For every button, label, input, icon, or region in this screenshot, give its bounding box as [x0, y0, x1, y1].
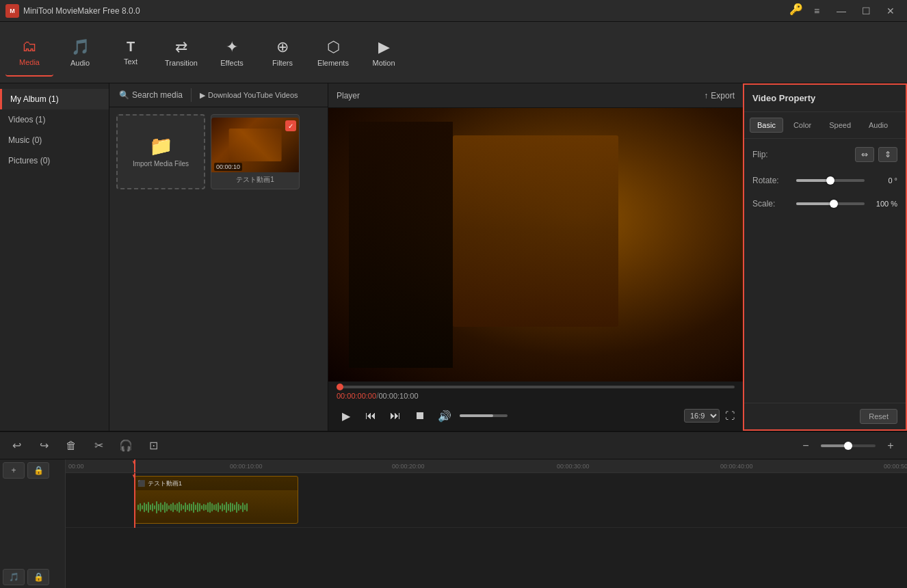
close-button[interactable]: ✕ [880, 3, 902, 19]
toolbar-item-audio[interactable]: 🎵 Audio [56, 29, 104, 77]
flip-horizontal-button[interactable]: ⇔ [855, 147, 874, 162]
timeline-side-row-2: 🎵 🔒 [3, 569, 62, 585]
property-content: Flip: ⇔ ⇕ Rotate: [744, 139, 906, 403]
download-youtube-button[interactable]: ▶ Download YouTube Videos [196, 88, 302, 103]
progress-thumb [337, 384, 343, 390]
transition-icon: ⇄ [175, 38, 187, 56]
video-frame [328, 108, 743, 382]
youtube-icon: ▶ [200, 91, 205, 100]
rotate-slider-container: 0 ° [796, 176, 897, 185]
rotate-value: 0 ° [870, 176, 897, 185]
flip-h-icon: ⇔ [861, 150, 868, 159]
ruler-mark-0: 00:00 [68, 463, 84, 470]
menu-button[interactable]: ≡ [806, 3, 828, 19]
cut-button[interactable]: ✂ [88, 435, 109, 457]
flip-controls: ⇔ ⇕ [855, 147, 897, 162]
flip-vertical-button[interactable]: ⇕ [878, 147, 897, 162]
tab-basic[interactable]: Basic [750, 118, 783, 133]
progress-bar[interactable] [337, 386, 735, 388]
sidebar-item-pictures[interactable]: Pictures (0) [0, 150, 109, 171]
audio-mix-button[interactable]: 🎧 [115, 435, 137, 457]
search-media-button[interactable]: 🔍 Search media [115, 88, 187, 103]
waveform-bars [137, 490, 248, 524]
tab-speed[interactable]: Speed [821, 118, 858, 133]
rotate-slider[interactable] [796, 179, 865, 182]
rotate-row: Rotate: 0 ° [752, 176, 897, 185]
property-footer: Reset [744, 403, 906, 429]
playhead [134, 459, 135, 472]
import-media-item[interactable]: 📁 Import Media Files [116, 114, 205, 189]
redo-button[interactable]: ↪ [33, 435, 55, 457]
toolbar-item-text[interactable]: T Text [107, 29, 155, 77]
flip-row: Flip: ⇔ ⇕ [752, 147, 897, 162]
tab-audio[interactable]: Audio [861, 118, 895, 133]
volume-button[interactable]: 🔊 [435, 406, 454, 425]
track-area: ⬛ テスト動画1 [66, 473, 907, 528]
zoom-thumb [844, 442, 852, 450]
export-label: Export [711, 91, 735, 101]
search-media-label: Search media [132, 90, 183, 100]
sidebar-item-videos[interactable]: Videos (1) [0, 109, 109, 130]
crop-button[interactable]: ⊡ [142, 435, 164, 457]
clip-type-icon: ⬛ [137, 480, 145, 487]
property-header: Video Property [744, 85, 906, 112]
tab-color[interactable]: Color [786, 118, 819, 133]
player-title: Player [337, 91, 360, 101]
sidebar-spacer [3, 479, 62, 569]
aspect-ratio-select[interactable]: 16:9 1:1 9:16 [684, 409, 720, 423]
stop-button[interactable]: ⏹ [410, 406, 430, 425]
delete-button[interactable]: 🗑 [60, 435, 82, 457]
clip-name: テスト動画1 [148, 479, 182, 488]
lock-audio-button[interactable]: 🔒 [27, 569, 49, 585]
toolbar-label-text: Text [124, 57, 137, 66]
time-current: 00:00:00:00 [337, 392, 376, 400]
toolbar-item-media[interactable]: 🗂 Media [5, 29, 53, 77]
play-button[interactable]: ▶ [337, 406, 356, 425]
clip-waveform [135, 490, 298, 524]
video-clip[interactable]: ⬛ テスト動画1 [134, 476, 298, 524]
ruler-mark-2: 00:00:20:00 [392, 463, 425, 470]
volume-slider[interactable] [460, 414, 508, 417]
audio-track-button[interactable]: 🎵 [3, 569, 25, 585]
volume-fill [460, 414, 493, 417]
zoom-out-button[interactable]: − [795, 435, 817, 457]
titlebar-controls: 🔑 ≡ — ☐ ✕ [789, 3, 902, 19]
sidebar-item-music[interactable]: Music (0) [0, 130, 109, 150]
main-area: My Album (1) Videos (1) Music (0) Pictur… [0, 83, 907, 431]
sidebar-item-my-album[interactable]: My Album (1) [0, 89, 109, 109]
export-button[interactable]: ↑ Export [704, 91, 735, 101]
maximize-button[interactable]: ☐ [855, 3, 877, 19]
scale-slider-thumb [830, 200, 838, 208]
scale-label: Scale: [752, 199, 775, 209]
flip-v-icon: ⇕ [884, 150, 891, 159]
flip-label: Flip: [752, 150, 768, 159]
toolbar-item-transition[interactable]: ⇄ Transition [157, 29, 205, 77]
fullscreen-button[interactable]: ⛶ [725, 410, 735, 421]
toolbar-item-effects[interactable]: ✦ Effects [208, 29, 256, 77]
timeline-ruler: 00:00 00:00:10:00 00:00:20:00 00:00:30:0… [66, 459, 907, 473]
prev-frame-button[interactable]: ⏮ [361, 406, 380, 425]
add-track-button[interactable]: + [3, 462, 25, 479]
reset-button[interactable]: Reset [860, 409, 897, 424]
player-header: Player ↑ Export [328, 83, 743, 108]
zoom-in-button[interactable]: + [880, 435, 902, 457]
key-icon[interactable]: 🔑 [789, 3, 803, 19]
app-title: MiniTool MovieMaker Free 8.0.0 [23, 6, 140, 16]
next-frame-button[interactable]: ⏭ [386, 406, 405, 425]
toolbar-label-transition: Transition [165, 59, 198, 67]
media-video-item[interactable]: 00:00:10 ✓ テスト動画1 [211, 114, 300, 189]
toolbar-item-motion[interactable]: ▶ Motion [360, 29, 408, 77]
lock-track-button[interactable]: 🔒 [27, 462, 49, 479]
video-duration: 00:00:10 [214, 163, 242, 171]
minimize-button[interactable]: — [830, 3, 852, 19]
zoom-slider[interactable] [821, 444, 876, 447]
filters-icon: ⊕ [276, 38, 289, 56]
search-divider [191, 88, 192, 102]
toolbar-item-filters[interactable]: ⊕ Filters [259, 29, 306, 77]
scale-slider[interactable] [796, 202, 865, 205]
toolbar-item-elements[interactable]: ⬡ Elements [309, 29, 357, 77]
timeline-side-row-1: + 🔒 [3, 462, 62, 479]
motion-icon: ▶ [378, 38, 390, 56]
toolbar-label-elements: Elements [317, 59, 349, 67]
undo-button[interactable]: ↩ [5, 435, 27, 457]
